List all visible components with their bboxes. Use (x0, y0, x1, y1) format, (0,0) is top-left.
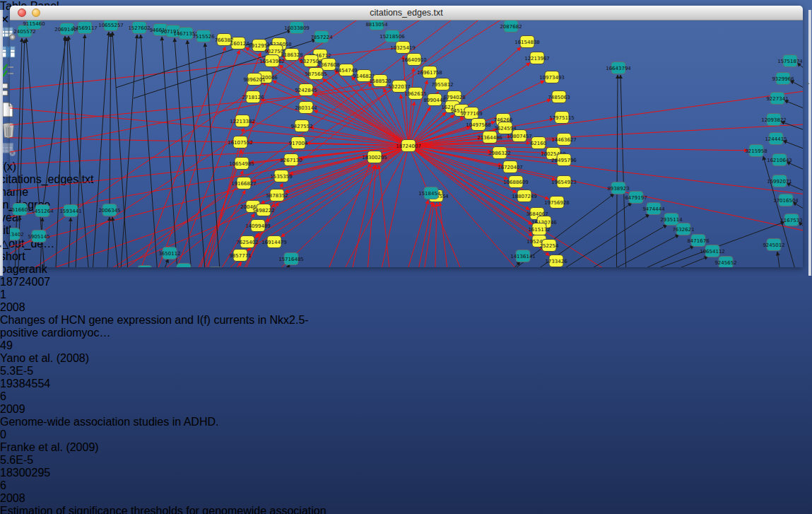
graph-node-label: 9427552 (290, 124, 312, 129)
graph-node-label: 7485063 (548, 95, 570, 100)
graph-node[interactable]: 16961758 (417, 66, 442, 78)
graph-node-label: 766382 (215, 37, 234, 43)
graph-node[interactable]: 14099489 (245, 220, 271, 232)
graph-node[interactable]: 1451264 (31, 205, 54, 217)
table-cell: 2008 (0, 492, 57, 505)
graph-edge (462, 262, 520, 267)
graph-node-label: 10688609 (503, 180, 529, 185)
graph-node[interactable]: 9329966 (772, 73, 794, 85)
graph-node[interactable]: 16914479 (261, 236, 287, 248)
graph-edge (66, 218, 71, 267)
graph-node[interactable]: 5905145 (28, 230, 49, 243)
graph-node[interactable]: 7857224 (310, 31, 333, 43)
graph-node-label: 9463627 (172, 267, 194, 268)
graph-node[interactable]: 252254 (540, 240, 559, 252)
graph-node[interactable]: 16210643 (767, 154, 792, 166)
graph-node-label: 5875685 (305, 71, 326, 77)
graph-edge (307, 146, 408, 267)
graph-node[interactable]: 9427552 (290, 120, 312, 132)
graph-node[interactable]: 2087682 (500, 21, 522, 33)
graph-edge (119, 47, 225, 267)
table-cell: 6 (0, 390, 69, 403)
graph-node[interactable]: 9699695 (134, 266, 155, 268)
graph-node[interactable]: 12213967 (524, 52, 550, 64)
collapse-left-arrow[interactable]: ◂ (0, 243, 1, 249)
graph-node[interactable]: 2803144 (295, 102, 317, 114)
graph-node[interactable]: 14136141 (510, 250, 536, 262)
network-canvas[interactable]: 1872400791601248912954152260589327503818… (10, 21, 803, 270)
collapse-right-arrow[interactable]: ▸ (807, 81, 810, 86)
graph-node[interactable]: 1244415 (765, 133, 787, 145)
graph-node[interactable]: 9245012 (763, 239, 784, 251)
graph-node[interactable]: 766382 (215, 34, 234, 46)
graph-node[interactable]: 5878352 (266, 189, 288, 201)
graph-node[interactable]: 10655257 (98, 21, 124, 31)
graph-node[interactable]: 16154838 (514, 36, 540, 48)
graph-node[interactable]: 10688609 (503, 176, 529, 188)
table-row[interactable]: 1872400712008Changes of HCN gene express… (0, 276, 812, 378)
graph-node[interactable]: 7485063 (548, 91, 570, 103)
graph-node[interactable]: 16107552 (228, 136, 253, 148)
graph-node[interactable]: 8813054 (365, 21, 388, 30)
graph-node-label: 8186328 (281, 52, 302, 58)
graph-node[interactable]: 15992071 (767, 175, 792, 187)
graph-node[interactable]: 7955812 (431, 78, 453, 90)
graph-node[interactable]: 1535359 (270, 170, 292, 182)
left-panel-splitter[interactable]: ◂ (0, 10, 3, 276)
graph-node[interactable]: 12213382 (230, 115, 255, 127)
table-row[interactable]: 1830029562008Estimation of significance … (0, 467, 812, 514)
graph-node-label: 1244415 (765, 136, 787, 142)
graph-node[interactable]: 17975115 (549, 112, 575, 124)
right-panel-splitter[interactable]: ▸ (808, 10, 811, 276)
graph-node[interactable]: 1733426 (545, 255, 567, 267)
graph-node[interactable]: 9474444 (642, 203, 665, 215)
graph-node[interactable]: 18300295 (362, 151, 387, 163)
graph-node-label: 10497568 (466, 122, 491, 128)
graph-node[interactable]: 1167533 (780, 214, 802, 226)
network-graph-svg[interactable]: 1872400791601248912954152260589327503818… (10, 21, 803, 267)
graph-node[interactable]: 917004 (289, 137, 308, 149)
table-cell: 0 (0, 428, 55, 441)
graph-node[interactable]: 62160 (531, 137, 546, 149)
graph-node[interactable]: 9463627 (172, 264, 194, 268)
graph-node-label: 10654112 (700, 249, 725, 255)
zoom-window-button[interactable] (46, 8, 54, 17)
table-row[interactable]: 1938455462009Genome-wide association stu… (0, 378, 812, 467)
graph-edge (787, 162, 803, 173)
table-cell: 5.6E-5 (0, 454, 69, 467)
graph-node[interactable]: 9245652 (714, 257, 736, 268)
graph-node-label: 2803144 (295, 105, 317, 111)
graph-node-label: 1593441 (59, 209, 81, 214)
graph-node[interactable]: 10654112 (700, 245, 725, 257)
graph-node-label: 1615132 (528, 227, 550, 233)
graph-node[interactable]: 18807249 (512, 190, 537, 202)
close-window-button[interactable] (18, 8, 26, 17)
graph-node[interactable]: 8267130 (280, 154, 302, 166)
graph-node-label: 21364486 (477, 135, 502, 141)
graph-node[interactable]: 15716485 (278, 253, 304, 265)
graph-edge (408, 102, 414, 146)
graph-node-label: 19166827 (231, 181, 257, 187)
graph-edge (783, 141, 803, 151)
graph-node[interactable]: 14463627 (551, 134, 577, 146)
graph-node[interactable]: 16643794 (606, 62, 631, 74)
graph-node-label: 1527602 (128, 25, 150, 31)
graph-node-label: 1167533 (780, 218, 802, 223)
graph-node[interactable]: 9215958 (745, 145, 767, 157)
graph-node[interactable]: 9465546 (204, 267, 227, 268)
graph-edge (89, 32, 109, 267)
graph-node[interactable]: 12093822 (761, 114, 787, 126)
graph-node[interactable]: 8613402 (10, 228, 24, 240)
graph-node[interactable]: 2986322 (488, 147, 510, 159)
minimize-window-button[interactable] (32, 8, 40, 17)
graph-node[interactable]: 1527602 (128, 22, 150, 34)
graph-node[interactable]: 8471676 (687, 235, 710, 247)
window-titlebar[interactable]: citations_edges.txt (10, 6, 803, 21)
graph-node[interactable]: 10654985 (229, 158, 254, 170)
table-cell: 6 (0, 479, 69, 492)
graph-node-label: 6479197 (625, 195, 647, 201)
graph-node[interactable]: 19756928 (544, 197, 570, 209)
graph-node[interactable]: 10325419 (390, 42, 416, 54)
graph-node-label: 62160 (531, 141, 546, 146)
graph-node[interactable]: 15751874 (777, 55, 803, 67)
